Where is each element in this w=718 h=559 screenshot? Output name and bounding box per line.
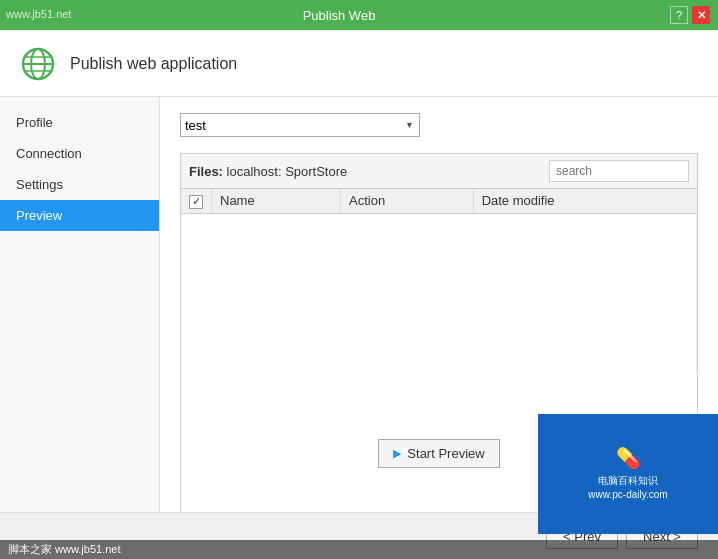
files-table: Name Action Date modifie xyxy=(181,189,697,373)
ad-logo-icon: 💊 xyxy=(616,446,641,470)
sidebar-item-profile[interactable]: Profile xyxy=(0,107,159,138)
select-all-checkbox[interactable] xyxy=(189,195,203,209)
files-header: Files: localhost: SportStore xyxy=(181,154,697,189)
start-preview-button[interactable]: ▶ Start Preview xyxy=(378,439,499,468)
title-bar-controls: ? ✕ xyxy=(670,6,710,24)
ad-text-line1: 电脑百科知识 xyxy=(598,474,658,488)
table-header-action: Action xyxy=(341,189,474,213)
profile-row: test xyxy=(180,113,698,137)
watermark-bottom-text: 脚本之家 www.jb51.net xyxy=(8,542,120,557)
dialog-title: Publish web application xyxy=(70,55,237,73)
table-header: Name Action Date modifie xyxy=(181,189,697,213)
profile-select-wrapper[interactable]: test xyxy=(180,113,420,137)
close-button[interactable]: ✕ xyxy=(692,6,710,24)
ad-popup: 💊 电脑百科知识 www.pc-daily.com xyxy=(538,414,718,534)
table-empty-row xyxy=(181,213,697,373)
profile-select[interactable]: test xyxy=(180,113,420,137)
globe-icon xyxy=(20,46,56,82)
start-preview-label: Start Preview xyxy=(407,446,484,461)
watermark-bottom: 脚本之家 www.jb51.net xyxy=(0,540,718,559)
files-header-left: Files: localhost: SportStore xyxy=(189,164,347,179)
files-label: Files: localhost: SportStore xyxy=(189,164,347,179)
ad-text-line2: www.pc-daily.com xyxy=(588,488,667,502)
table-header-checkbox xyxy=(181,189,212,213)
help-button[interactable]: ? xyxy=(670,6,688,24)
sidebar-item-preview[interactable]: Preview xyxy=(0,200,159,231)
title-bar: www.jb51.net Publish Web ? ✕ xyxy=(0,0,718,30)
sidebar: Profile Connection Settings Preview xyxy=(0,97,160,512)
dialog-header: Publish web application xyxy=(0,30,718,97)
search-input[interactable] xyxy=(549,160,689,182)
table-body xyxy=(181,213,697,373)
sidebar-item-settings[interactable]: Settings xyxy=(0,169,159,200)
table-header-date: Date modifie xyxy=(473,189,696,213)
title-bar-title: Publish Web xyxy=(8,8,670,23)
table-header-name: Name xyxy=(212,189,341,213)
watermark-top: www.jb51.net xyxy=(6,8,71,20)
files-path: localhost: SportStore xyxy=(227,164,348,179)
play-icon: ▶ xyxy=(393,447,401,460)
sidebar-item-connection[interactable]: Connection xyxy=(0,138,159,169)
